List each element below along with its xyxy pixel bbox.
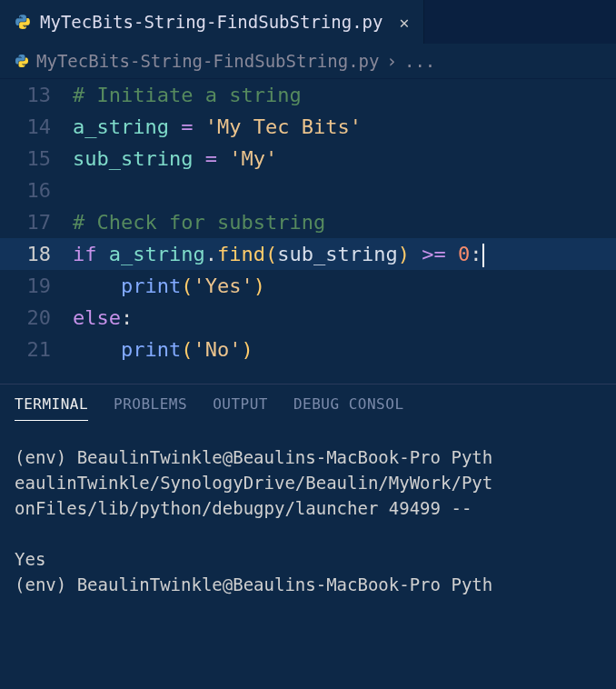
python-icon xyxy=(15,14,31,30)
code-line: 16 xyxy=(0,175,616,206)
code-method: find xyxy=(217,243,265,265)
breadcrumb-filename: MyTecBits-String-FindSubString.py xyxy=(36,51,380,71)
code-comment: # Initiate a string xyxy=(73,84,302,106)
tab-problems[interactable]: PROBLEMS xyxy=(114,395,187,421)
python-icon xyxy=(15,54,29,68)
code-line: 14 a_string = 'My Tec Bits' xyxy=(0,111,616,143)
code-keyword: if xyxy=(73,243,97,265)
line-number: 15 xyxy=(0,143,73,175)
terminal-line: (env) BeaulinTwinkle@Beaulins-MacBook-Pr… xyxy=(15,574,492,594)
close-icon[interactable]: ✕ xyxy=(400,13,410,32)
code-line: 21 print('No') xyxy=(0,334,616,365)
code-number: 0 xyxy=(458,243,470,265)
breadcrumb-rest: ... xyxy=(404,51,435,71)
tab-debug-console[interactable]: DEBUG CONSOL xyxy=(293,395,404,421)
panel-tabs: TERMINAL PROBLEMS OUTPUT DEBUG CONSOL xyxy=(0,395,616,430)
code-var: sub_string xyxy=(73,147,193,170)
tab-terminal[interactable]: TERMINAL xyxy=(15,395,88,421)
text-cursor xyxy=(482,244,484,267)
line-number: 14 xyxy=(0,111,73,143)
code-string: 'Yes' xyxy=(193,275,253,297)
code-op: = xyxy=(181,115,193,138)
code-paren: ) xyxy=(253,275,265,297)
code-param: sub_string xyxy=(277,243,397,265)
code-line-active: 18 if a_string.find(sub_string) >= 0: xyxy=(0,238,616,270)
code-paren: ) xyxy=(241,338,253,361)
code-string: 'My Tec Bits' xyxy=(205,115,362,138)
bottom-panel: TERMINAL PROBLEMS OUTPUT DEBUG CONSOL (e… xyxy=(0,384,616,612)
terminal-line: eaulinTwinkle/SynologyDrive/Beaulin/MyWo… xyxy=(15,473,492,493)
code-builtin: print xyxy=(121,275,181,297)
code-string: 'My' xyxy=(229,147,277,170)
code-paren: ( xyxy=(181,275,193,297)
code-punct: . xyxy=(205,243,217,265)
tab-bar: MyTecBits-String-FindSubString.py ✕ xyxy=(0,0,616,44)
breadcrumb[interactable]: MyTecBits-String-FindSubString.py › ... xyxy=(0,44,616,79)
code-punct: : xyxy=(121,306,133,329)
chevron-right-icon: › xyxy=(387,51,397,71)
line-number: 18 xyxy=(0,238,73,270)
code-var: a_string xyxy=(73,115,169,138)
code-punct: : xyxy=(470,243,482,265)
tab-output[interactable]: OUTPUT xyxy=(213,395,268,421)
editor-tab[interactable]: MyTecBits-String-FindSubString.py ✕ xyxy=(0,0,424,44)
line-number: 19 xyxy=(0,270,73,302)
code-editor[interactable]: 13 # Initiate a string 14 a_string = 'My… xyxy=(0,79,616,384)
code-keyword: else xyxy=(73,306,121,329)
line-number: 16 xyxy=(0,175,73,206)
line-number: 21 xyxy=(0,334,73,365)
code-builtin: print xyxy=(121,338,181,361)
code-line: 20 else: xyxy=(0,302,616,334)
code-line: 13 # Initiate a string xyxy=(0,79,616,111)
terminal-content[interactable]: (env) BeaulinTwinkle@Beaulins-MacBook-Pr… xyxy=(0,430,616,612)
code-comment: # Check for substring xyxy=(73,211,325,234)
code-string: 'No' xyxy=(193,338,241,361)
code-op: = xyxy=(205,147,217,170)
code-paren: ( xyxy=(181,338,193,361)
terminal-line: onFiles/lib/python/debugpy/launcher 4949… xyxy=(15,498,482,518)
line-number: 13 xyxy=(0,79,73,111)
code-paren: ) xyxy=(398,243,410,265)
code-line: 15 sub_string = 'My' xyxy=(0,143,616,175)
line-number: 20 xyxy=(0,302,73,334)
terminal-line: Yes xyxy=(15,549,45,569)
code-line: 17 # Check for substring xyxy=(0,206,616,238)
code-op: >= xyxy=(422,243,446,265)
terminal-line: (env) BeaulinTwinkle@Beaulins-MacBook-Pr… xyxy=(15,447,492,467)
tab-filename: MyTecBits-String-FindSubString.py xyxy=(40,12,383,32)
code-line: 19 print('Yes') xyxy=(0,270,616,302)
code-var: a_string xyxy=(109,243,205,265)
code-paren: ( xyxy=(265,243,277,265)
line-number: 17 xyxy=(0,206,73,238)
